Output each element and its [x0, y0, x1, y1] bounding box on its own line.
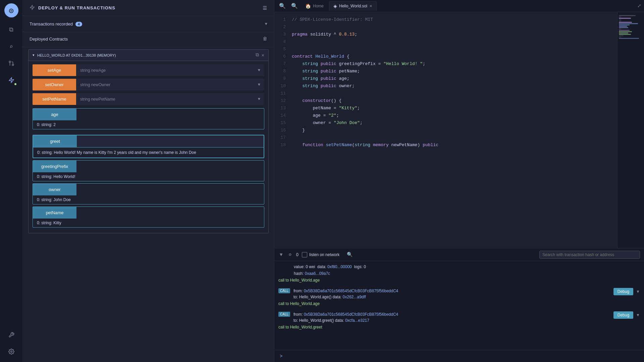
bottom-panel: ▼ ⊘ 0 listen on network 🔍 value: 0 wei d… [274, 248, 644, 362]
home-tab-icon: 🏠 [305, 3, 311, 9]
functions-area: setAge string newAge ▼ setOwner string n… [29, 61, 268, 108]
pet-name-getter-result: 0: string: Kitty [33, 219, 264, 227]
tab-home[interactable]: 🏠 Home [301, 1, 328, 11]
owner-getter-result: 0: string: John Doe [33, 195, 264, 204]
contract-actions: ⧉ ✕ [256, 52, 264, 58]
tab-hello-world[interactable]: ◈ Hello_World.sol ✕ [329, 1, 377, 11]
greeting-prefix-section: greetingPrefix 0: string: Hello World! o… [33, 160, 264, 230]
expand-icon[interactable]: ⤢ [637, 3, 641, 9]
collapse-icon[interactable]: ▼ [278, 251, 284, 258]
code-line-2 [292, 23, 617, 31]
zoom-out-icon[interactable]: 🔍 [277, 1, 288, 11]
svg-point-0 [12, 64, 14, 66]
line-numbers: 12345 678910 1112131415 161718 [274, 12, 289, 248]
sidebar: ◎ ⧉ ⌕ [0, 0, 23, 362]
code-line-7: string public greetingPrefix = "Hello Wo… [292, 60, 617, 68]
panel-menu-icon[interactable]: ☰ [263, 5, 267, 11]
settings-icon[interactable] [4, 345, 18, 359]
tx-row-1a: value: 0 wei data: 0xf80...00000 logs: 0 [278, 264, 640, 270]
greeting-prefix-button[interactable]: greetingPrefix [33, 161, 76, 172]
age-getter-btn-row: age [33, 109, 264, 120]
transactions-badge: 4 [75, 22, 82, 26]
set-age-row: setAge string newAge ▼ [33, 64, 264, 76]
editor-tabs: 🔍 🔍 🏠 Home ◈ Hello_World.sol ✕ ⤢ [274, 0, 644, 12]
age-getter-button[interactable]: age [33, 109, 76, 120]
set-pet-name-row: setPetName string newPetName ▼ [33, 93, 264, 105]
code-line-6: contract Hello_World { [292, 53, 617, 60]
logo-icon[interactable]: ◎ [4, 3, 18, 17]
panel-icon [30, 5, 35, 11]
tx-actions-2: Debug ▼ [613, 288, 640, 295]
tx-row-1b: hash: 0xaa6...09a7c [278, 270, 640, 277]
transactions-chevron-icon[interactable]: ▼ [265, 22, 267, 26]
deployed-section: Deployed Contracts 🗑 [23, 32, 274, 47]
close-contract-icon[interactable]: ✕ [262, 52, 264, 58]
set-owner-button[interactable]: setOwner [33, 79, 76, 90]
code-content[interactable]: // SPDX-License-Identifier: MIT pragma s… [289, 12, 617, 248]
code-line-18: function setPetName(string memory newPet… [292, 141, 617, 149]
git-icon[interactable] [4, 56, 18, 70]
transactions-label: Transactions recorded [30, 21, 73, 26]
tab-close-icon[interactable]: ✕ [369, 4, 372, 8]
code-line-9: string public age; [292, 75, 617, 82]
set-age-button[interactable]: setAge [33, 64, 76, 76]
greet-btn-row: greet [33, 135, 264, 147]
code-line-10: string public owner; [292, 82, 617, 90]
contract-address: HELLO_WORLD AT 0XD91...39138 (MEMORY) [37, 53, 116, 57]
set-age-chevron-icon[interactable]: ▼ [254, 65, 264, 76]
set-pet-name-chevron-icon[interactable]: ▼ [254, 94, 264, 105]
code-line-16: } [292, 127, 617, 134]
search-box[interactable] [539, 251, 640, 259]
search-bottom-icon[interactable]: 🔍 [345, 251, 354, 258]
greeting-prefix-block: greetingPrefix 0: string: Hello World! [33, 160, 264, 181]
deployed-contracts-label: Deployed Contracts [30, 37, 68, 42]
contract-chevron-icon[interactable]: ▾ [33, 53, 35, 57]
transactions-title: Transactions recorded 4 [30, 21, 82, 26]
tx-call-name-3: call to Hello_World.greet [278, 325, 640, 329]
tx-entry-3: CALL from: 0x5B38Da6a701c568545dCfcB03Fc… [278, 311, 640, 329]
tx-call-name-1: call to Hello_World.age [278, 278, 640, 283]
tx-count: 0 [296, 252, 299, 257]
set-age-input: string newAge [76, 65, 254, 76]
panel-title: DEPLOY & RUN TRANSACTIONS [38, 5, 115, 10]
pet-name-getter-button[interactable]: petName [33, 207, 76, 219]
zoom-in-icon[interactable]: 🔍 [289, 1, 300, 11]
transactions-list: value: 0 wei data: 0xf80...00000 logs: 0… [274, 261, 644, 350]
search-input[interactable] [542, 252, 637, 257]
tx-actions-3: Debug ▼ [613, 311, 640, 319]
contract-name: ▾ HELLO_WORLD AT 0XD91...39138 (MEMORY) [33, 53, 116, 57]
stop-icon[interactable]: ⊘ [287, 251, 292, 258]
owner-getter-block: owner 0: string: John Doe [33, 183, 264, 204]
left-panel: DEPLOY & RUN TRANSACTIONS ☰ Transactions… [23, 0, 274, 362]
tx-chevron-icon-2[interactable]: ▼ [636, 313, 640, 317]
set-pet-name-button[interactable]: setPetName [33, 93, 76, 105]
tx-hash: hash: 0xaa6...09a7c [294, 270, 330, 277]
call-badge-2: CALL [278, 312, 290, 317]
pet-name-getter-block: petName 0: string: Kitty [33, 206, 264, 228]
code-line-12: constructor() { [292, 97, 617, 105]
set-owner-input: string newOwner [76, 79, 254, 90]
owner-getter-button[interactable]: owner [33, 184, 76, 195]
copy-icon[interactable]: ⧉ [256, 52, 259, 58]
svg-marker-5 [30, 5, 34, 9]
wrench-icon[interactable] [4, 328, 18, 342]
deploy-icon[interactable] [4, 73, 18, 87]
terminal-bar: > [274, 350, 644, 362]
transactions-section: Transactions recorded 4 ▼ [23, 16, 274, 32]
tx-details-2: from: 0x5B38Da6a701c568545dCfcB03FcB875f… [293, 288, 398, 300]
search-icon[interactable]: ⌕ [4, 40, 18, 54]
set-owner-chevron-icon[interactable]: ▼ [254, 79, 264, 90]
code-line-5 [292, 46, 617, 53]
listen-checkbox-input[interactable] [302, 252, 307, 257]
greet-button[interactable]: greet [33, 135, 77, 147]
debug-button-1[interactable]: Debug [613, 288, 633, 295]
code-line-17 [292, 134, 617, 141]
files-icon[interactable]: ⧉ [4, 23, 18, 37]
trash-icon[interactable]: 🗑 [263, 36, 267, 42]
terminal-prompt: > [280, 354, 282, 359]
greet-result: 0: string: Hello World! My name is Kitty… [33, 147, 264, 158]
svg-marker-3 [9, 78, 14, 83]
tx-chevron-icon-1[interactable]: ▼ [636, 289, 640, 294]
tx-row-3: CALL from: 0x5B38Da6a701c568545dCfcB03Fc… [278, 311, 640, 323]
debug-button-2[interactable]: Debug [613, 311, 633, 319]
